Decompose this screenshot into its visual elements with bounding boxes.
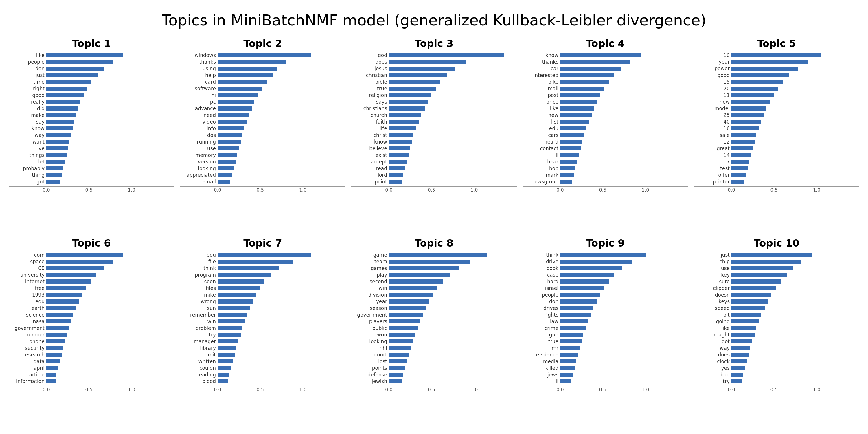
bar-row: won [351, 332, 517, 338]
bar-label: point [351, 179, 389, 185]
bar-container [560, 319, 688, 323]
bar-row: list [523, 119, 688, 125]
bar-row: government [351, 312, 517, 318]
bar-label: test [694, 165, 732, 171]
bar-row: free [9, 285, 174, 291]
bar-row: good [694, 72, 859, 79]
bar [389, 53, 504, 57]
bar-container [46, 333, 174, 337]
bar-container [732, 153, 859, 157]
bar-container [389, 66, 517, 71]
bar-container [732, 286, 859, 290]
bar [560, 359, 576, 363]
bar-container [732, 359, 859, 363]
bar-container [218, 80, 345, 84]
bar-container [732, 146, 859, 151]
bar-container [46, 286, 174, 290]
bar-label: library [180, 345, 218, 351]
bar-label: blood [180, 378, 218, 384]
topic-title-5: Topic 5 [757, 38, 796, 49]
bar [46, 339, 65, 343]
bar [218, 293, 256, 297]
chart-area-6: comspace00universityinternetfree1993edue… [6, 252, 177, 425]
bar-label: sun [180, 305, 218, 311]
bar-label: space [9, 259, 46, 265]
bar-label: did [9, 105, 46, 112]
bar-label: want [9, 139, 46, 145]
bar [389, 300, 429, 304]
bar [389, 353, 408, 357]
chart-area-3: goddoesjesuschristianbibletruereligionsa… [348, 52, 520, 226]
bar-container [218, 346, 345, 350]
bar [732, 60, 808, 64]
bar-label: true [351, 86, 389, 91]
bar-container [218, 359, 345, 363]
bar-container [218, 113, 345, 117]
bar-row: like [9, 52, 174, 58]
bar-container [389, 160, 517, 164]
bar [560, 333, 583, 337]
bar-container [46, 73, 174, 77]
bar-label: court [351, 352, 389, 358]
bar [46, 133, 71, 137]
bar [218, 66, 277, 71]
bar-label: research [9, 352, 46, 358]
bar-label: bike [523, 79, 560, 85]
bar-row: 10 [694, 52, 859, 58]
axis-tick-label: 0.5 [85, 187, 93, 193]
bar-container [732, 326, 859, 330]
bar-container [560, 293, 688, 297]
bar [218, 113, 249, 117]
bar [732, 120, 761, 124]
bar [218, 273, 271, 277]
bar [560, 73, 614, 77]
bar [732, 259, 802, 264]
bar-container [46, 266, 174, 270]
bar-label: speed [694, 305, 732, 311]
bar-label: couldn [180, 365, 218, 371]
bar-row: blood [180, 378, 345, 384]
bar-label: 17 [694, 159, 732, 165]
bar-container [560, 313, 688, 317]
bar-label: 10 [694, 52, 732, 58]
bar-container [732, 353, 859, 357]
bar-container [732, 339, 859, 343]
bar-container [218, 100, 345, 104]
bar-row: public [351, 325, 517, 331]
bar-row: faith [351, 119, 517, 125]
bar [560, 140, 582, 144]
bar-label: try [694, 378, 732, 384]
bar-label: offer [694, 172, 732, 178]
topic-panel-8: Topic 8gameteamgamesplaysecondwindivisio… [348, 235, 520, 434]
main-title: Topics in MiniBatchNMF model (generalize… [0, 0, 868, 35]
bar [218, 279, 265, 283]
bar-row: remember [180, 312, 345, 318]
bar-label: things [9, 152, 46, 158]
bar-container [46, 339, 174, 343]
bar [560, 53, 641, 57]
bar-label: season [351, 305, 389, 311]
bar-label: government [351, 312, 389, 318]
bar-label: says [351, 99, 389, 105]
bar [218, 266, 279, 270]
bar-label: know [351, 139, 389, 145]
topic-panel-2: Topic 2windowsthanksusinghelpcardsoftwar… [177, 35, 348, 235]
bar [560, 106, 594, 111]
bar-label: windows [180, 52, 218, 58]
bar-container [218, 300, 345, 304]
bar-row: think [523, 252, 688, 258]
bar-label: 14 [694, 152, 732, 158]
bar [46, 379, 56, 383]
bar-label: killed [523, 365, 560, 371]
bar-row: media [523, 358, 688, 365]
bar [732, 146, 753, 151]
bar-label: know [9, 126, 46, 131]
topic-panel-6: Topic 6comspace00universityinternetfree1… [6, 235, 177, 434]
bar-row: card [180, 79, 345, 85]
bar-container [560, 53, 688, 57]
bar [46, 373, 56, 377]
bar-row: 15 [694, 79, 859, 85]
bar-container [560, 366, 688, 370]
bar [389, 359, 407, 363]
bar-container [389, 339, 517, 343]
